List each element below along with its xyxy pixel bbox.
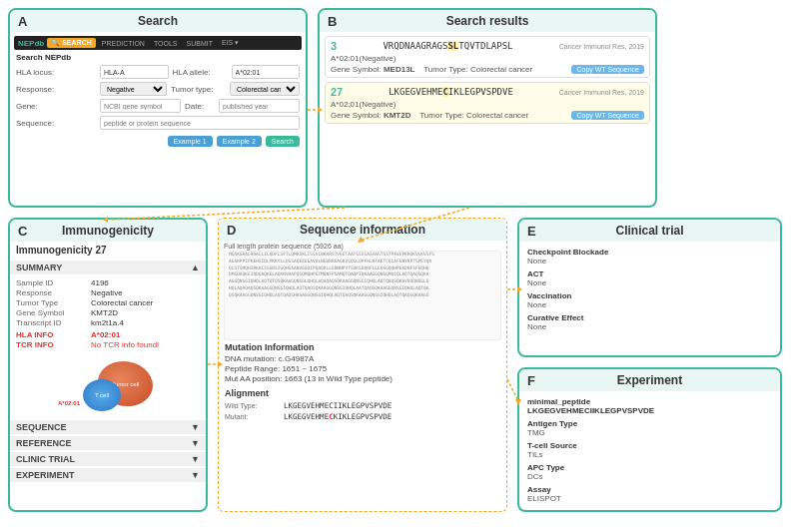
panel-immunogenicity: C Immunogenicity Immunogenicity 27 SUMMA… [8, 218, 208, 512]
min-peptide-val: LKGEGVEHMECIIKLEGPVSPVDE [527, 406, 772, 415]
result-1-hla: A*02:01(Negative) [331, 54, 644, 63]
summary-content: Sample ID4196 ResponseNegative Tumor Typ… [10, 276, 206, 352]
nepdb-navbar: NEPdb 🔍 SEARCH PREDICTION TOOLS SUBMIT E… [14, 36, 302, 50]
experiment-section-label: EXPERIMENT [16, 470, 75, 480]
result-2-gene-label: Gene Symbol: [331, 111, 384, 120]
reference-section-header[interactable]: REFERENCE ▼ [10, 436, 206, 450]
mut-info-title: Mutation Information [225, 342, 500, 352]
example1-btn[interactable]: Example 1 [168, 136, 213, 147]
result-1-tumor: Colorectal cancer [470, 65, 532, 74]
alignment-section: Alignment Wild Type: LKGEGVEHMECIIKLEGPV… [219, 386, 506, 425]
panel-clinical-trial: E Clinical trial Checkpoint Blockade Non… [517, 218, 782, 357]
panel-experiment: F Experiment minimal_peptide LKGEGVEHMEC… [517, 367, 782, 512]
mut-aa-row: Mut AA position: 1663 (13 in Wild Type p… [225, 374, 500, 383]
immuno-subtitle: Immunogenicity 27 [10, 242, 206, 259]
hla-allele-label: HLA allele: [173, 68, 228, 77]
seq-desc: Full length protein sequence (5926 aa) M… [219, 241, 506, 340]
sequence-chevron: ▼ [191, 422, 200, 432]
nav-submit[interactable]: SUBMIT [184, 39, 216, 48]
hla-allele-input[interactable] [232, 65, 301, 79]
gene-row: Gene: Date: [16, 99, 300, 113]
alignment-title: Alignment [225, 388, 500, 398]
copy-wt-btn-1[interactable]: Copy WT Sequence [571, 65, 644, 74]
result-2-hla: A*02:01(Negative) [331, 100, 644, 109]
seq-desc-text: Full length protein sequence (5926 aa) [224, 243, 501, 250]
mut-aa-val: 1663 (13 in Wild Type peptide) [285, 374, 393, 383]
dna-mutation-row: DNA mutation: c.G4987A [225, 354, 500, 363]
tcr-info-key: TCR INFO [16, 340, 91, 349]
search-nepdb-label: Search NEPdb [16, 53, 300, 62]
wild-type-seq: LKGEGVEHMECIIKLEGPVSPVDE [284, 401, 392, 410]
vaccination-val: None [527, 300, 772, 309]
curative-key: Curative Effect [527, 313, 772, 322]
transcript-val: km2t1a.4 [91, 318, 124, 327]
act-val: None [527, 278, 772, 287]
summary-label: SUMMARY [16, 263, 62, 272]
copy-wt-btn-2[interactable]: Copy WT Sequence [571, 111, 644, 120]
clinic-trial-chevron: ▼ [191, 454, 200, 464]
example2-btn[interactable]: Example 2 [217, 136, 262, 147]
apc-type-val: DCs [527, 472, 772, 481]
panel-search-results: B Search results 3 VRQDNAAGRAGSSLTQVTDLA… [318, 8, 657, 208]
nav-prediction[interactable]: PREDICTION [99, 39, 148, 48]
immunogenicity-title: Immunogenicity [62, 224, 154, 238]
sequence-label: Sequence: [16, 119, 96, 128]
summary-header[interactable]: SUMMARY ▲ [10, 261, 206, 274]
result-1-num: 3 [331, 40, 337, 52]
panel-a-title: A Search [10, 10, 306, 32]
panel-search-title: Search [138, 14, 178, 28]
result-1-gene: MED13L [384, 65, 415, 74]
hla-badge: A*02:01 [58, 400, 80, 406]
panel-a-label: A [18, 14, 27, 29]
nav-search-btn[interactable]: 🔍 SEARCH [47, 38, 96, 48]
clinical-trial-content: Checkpoint Blockade None ACT None Vaccin… [519, 242, 780, 334]
wild-type-label: Wild Type: [225, 402, 280, 409]
experiment-chevron: ▼ [191, 470, 200, 480]
panel-d-label: D [227, 223, 236, 238]
nepdb-logo: NEPdb [18, 39, 44, 48]
date-input[interactable] [219, 99, 300, 113]
panel-c-label: C [18, 224, 27, 239]
response-row: Response: Negative Positive Tumor type: … [16, 82, 300, 96]
result-2-seq: LKGEGVEHMECIKLEGPVSPDVE [389, 87, 513, 97]
curative-val: None [527, 322, 772, 331]
transcript-key: Transcript ID [16, 318, 91, 327]
sequence-section-label: SEQUENCE [16, 422, 67, 432]
checkpoint-val: None [527, 257, 772, 266]
tumor-type-select[interactable]: Colorectal cancer [230, 82, 300, 96]
nav-tools[interactable]: TOOLS [151, 39, 181, 48]
wild-type-row: Wild Type: LKGEGVEHMECIIKLEGPVSPVDE [225, 401, 500, 410]
mutation-info: Mutation Information DNA mutation: c.G49… [219, 340, 506, 386]
dna-mutation-label: DNA mutation: [225, 354, 279, 363]
peptide-range-row: Peptide Range: 1651 ~ 1675 [225, 364, 500, 373]
experiment-title: Experiment [617, 373, 682, 387]
sample-id-key: Sample ID [16, 278, 91, 287]
sequence-input[interactable] [100, 116, 300, 130]
search-go-btn[interactable]: Search [266, 136, 300, 147]
result-1-gene-label: Gene Symbol: [331, 65, 384, 74]
sequence-section-header[interactable]: SEQUENCE ▼ [10, 420, 206, 434]
response-label: Response: [16, 85, 96, 94]
panel-d-title: D Sequence information [219, 219, 506, 241]
panel-f-title: F Experiment [519, 369, 780, 391]
tcr-info-val: No TCR info found! [91, 340, 159, 349]
result-2-num: 27 [331, 86, 343, 98]
act-key: ACT [527, 269, 772, 278]
tumor-type-label: Tumor type: [171, 85, 226, 94]
tcell-source-val: TILs [527, 450, 772, 459]
nav-eis[interactable]: EIS ▾ [219, 38, 242, 48]
hla-locus-input[interactable] [100, 65, 169, 79]
gene-symbol-val: KMT2D [91, 308, 118, 317]
t-cell: T cell [83, 379, 121, 411]
result-1-pub: Cancer Immunol Res, 2019 [559, 43, 644, 50]
result-2-gene: KMT2D [384, 111, 411, 120]
response-select[interactable]: Negative Positive [100, 82, 167, 96]
clinic-trial-section-header[interactable]: CLINIC TRIAL ▼ [10, 452, 206, 466]
gene-input[interactable] [100, 99, 181, 113]
sample-id-val: 4196 [91, 278, 109, 287]
experiment-content: minimal_peptide LKGEGVEHMECIIKLEGPVSPVDE… [519, 391, 780, 506]
sequence-row: Sequence: [16, 116, 300, 130]
hla-locus-label: HLA locus: [16, 68, 96, 77]
panel-sequence-info: D Sequence information Full length prote… [218, 218, 507, 512]
experiment-section-header[interactable]: EXPERIMENT ▼ [10, 468, 206, 482]
